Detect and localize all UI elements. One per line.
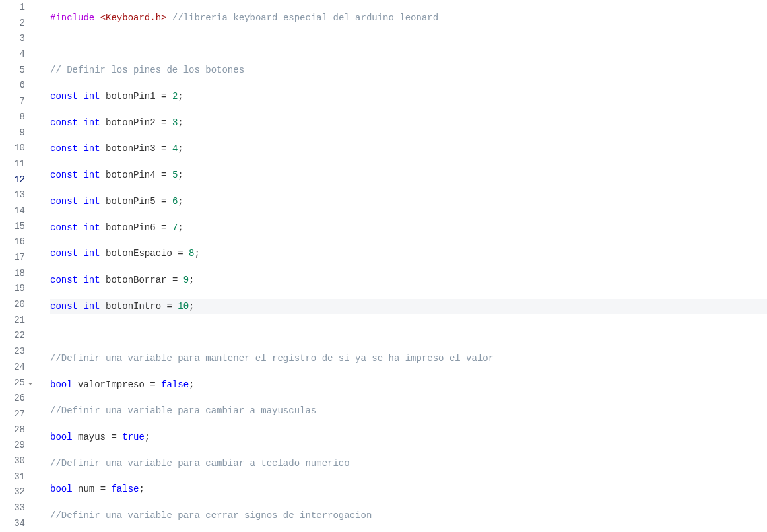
code-line[interactable]: const int botonPin2 = 3; (50, 116, 767, 131)
keyword: int (83, 91, 100, 102)
code-line[interactable]: bool mayus = true; (50, 430, 767, 446)
line-number-current[interactable]: 12 (0, 172, 25, 188)
code-line[interactable]: //Definir una variable para cambiar a ma… (50, 403, 767, 419)
line-number[interactable]: 31 (0, 469, 25, 485)
line-number[interactable]: 33 (0, 500, 25, 516)
line-number[interactable]: 15 (0, 219, 25, 235)
code-line[interactable]: //Definir una variable para cambiar a te… (50, 456, 767, 472)
code-line[interactable]: bool valorImpreso = false; (50, 378, 767, 393)
code-line[interactable] (50, 37, 767, 53)
text-cursor (195, 300, 195, 312)
line-number[interactable]: 27 (0, 407, 25, 422)
code-line[interactable]: const int botonPin3 = 4; (50, 141, 767, 157)
code-line[interactable]: //Definir una variable para mantener el … (50, 351, 767, 367)
identifier: botonPin1 (106, 91, 156, 102)
line-number[interactable]: 20 (0, 297, 25, 313)
line-number[interactable]: 30 (0, 453, 25, 469)
line-number[interactable]: 28 (0, 422, 25, 438)
line-number[interactable]: 32 (0, 484, 25, 500)
line-number[interactable]: 29 (0, 438, 25, 453)
include-path: <Keyboard.h> (100, 13, 167, 23)
comment: //Definir una variable para cambiar a ma… (50, 405, 316, 416)
line-number[interactable]: 11 (0, 156, 25, 172)
comment: // Definir los pines de los botones (50, 65, 244, 75)
line-number[interactable]: 5 (0, 63, 25, 79)
line-number[interactable]: 2 (0, 16, 25, 32)
line-number[interactable]: 16 (0, 234, 25, 250)
code-line[interactable] (50, 325, 767, 341)
line-number[interactable]: 21 (0, 313, 25, 329)
comment: //Definir una variable para cambiar a te… (50, 458, 350, 469)
code-editor[interactable]: #include <Keyboard.h> //libreria keyboar… (38, 0, 767, 532)
line-number[interactable]: 17 (0, 250, 25, 266)
code-line[interactable]: const int botonBorrar = 9; (50, 273, 767, 288)
line-number[interactable]: 22 (0, 328, 25, 344)
line-number[interactable]: 6 (0, 78, 25, 94)
line-number[interactable]: 18 (0, 266, 25, 282)
code-line[interactable]: const int botonPin1 = 2; (50, 89, 767, 105)
line-number[interactable]: 13 (0, 187, 25, 203)
preprocessor: #include (50, 13, 94, 23)
line-number-gutter: 1 2 3 4 5 6 7 8 9 10 11 12 13 14 15 16 1… (0, 0, 38, 532)
code-line[interactable]: const int botonPin5 = 6; (50, 194, 767, 210)
line-number[interactable]: 9 (0, 125, 25, 141)
code-line[interactable]: #include <Keyboard.h> //libreria keyboar… (50, 11, 767, 26)
code-line[interactable]: const int botonPin6 = 7; (50, 220, 767, 236)
comment: //libreria keyboard especial del arduino… (172, 13, 438, 23)
line-number[interactable]: 7 (0, 94, 25, 110)
comment: //Definir una variable para cerrar signo… (50, 510, 372, 521)
line-number[interactable]: 26 (0, 391, 25, 407)
line-number[interactable]: 1 (0, 0, 25, 16)
code-line[interactable]: bool num = false; (50, 482, 767, 498)
chevron-down-icon[interactable] (26, 378, 34, 386)
line-number[interactable]: 10 (0, 141, 25, 156)
code-line[interactable]: //Definir una variable para cerrar signo… (50, 508, 767, 524)
code-line[interactable]: const int botonPin4 = 5; (50, 168, 767, 183)
line-number[interactable]: 4 (0, 47, 25, 63)
code-line[interactable]: const int botonEspacio = 8; (50, 246, 767, 262)
keyword: const (50, 91, 78, 102)
line-number[interactable]: 8 (0, 110, 25, 125)
code-line-current[interactable]: const int botonIntro = 10; (50, 299, 767, 315)
line-number[interactable]: 24 (0, 360, 25, 376)
code-line[interactable]: // Definir los pines de los botones (50, 63, 767, 79)
line-number[interactable]: 14 (0, 203, 25, 219)
comment: //Definir una variable para mantener el … (50, 353, 494, 364)
line-number[interactable]: 23 (0, 344, 25, 360)
line-number[interactable]: 3 (0, 31, 25, 47)
line-number[interactable]: 19 (0, 281, 25, 297)
line-number[interactable]: 25 (0, 376, 25, 391)
line-number[interactable]: 34 (0, 516, 25, 532)
